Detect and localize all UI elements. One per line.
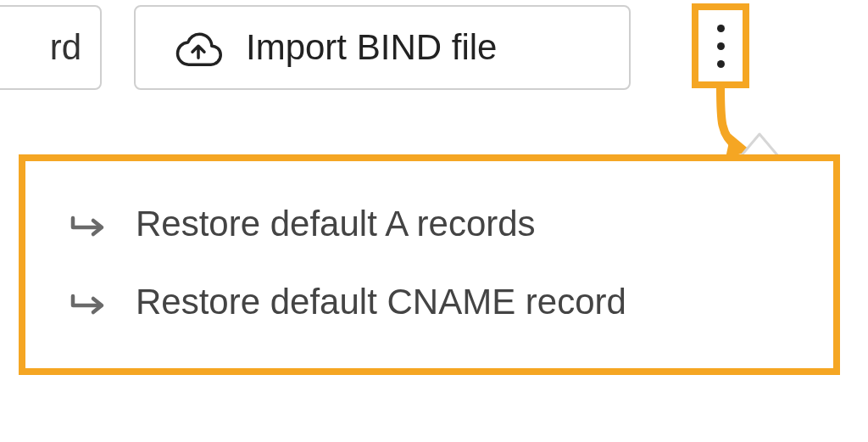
more-actions-dropdown: Restore default A records Restore defaul… xyxy=(19,154,840,375)
restore-arrow-icon xyxy=(70,288,107,316)
import-bind-file-label: Import BIND file xyxy=(246,27,497,68)
dropdown-item-label: Restore default CNAME record xyxy=(136,282,626,322)
import-bind-file-button[interactable]: Import BIND file xyxy=(134,5,631,90)
kebab-icon xyxy=(717,25,725,68)
add-record-button-label-suffix: rd xyxy=(50,27,81,68)
dropdown-item-label: Restore default A records xyxy=(136,204,536,244)
add-record-button-partial[interactable]: rd xyxy=(0,5,102,90)
restore-default-a-records-item[interactable]: Restore default A records xyxy=(25,185,833,263)
cloud-upload-icon xyxy=(175,28,222,67)
restore-arrow-icon xyxy=(70,210,107,238)
annotation-arrow-icon xyxy=(714,87,773,161)
more-actions-button[interactable] xyxy=(692,3,749,88)
restore-default-cname-record-item[interactable]: Restore default CNAME record xyxy=(25,263,833,341)
